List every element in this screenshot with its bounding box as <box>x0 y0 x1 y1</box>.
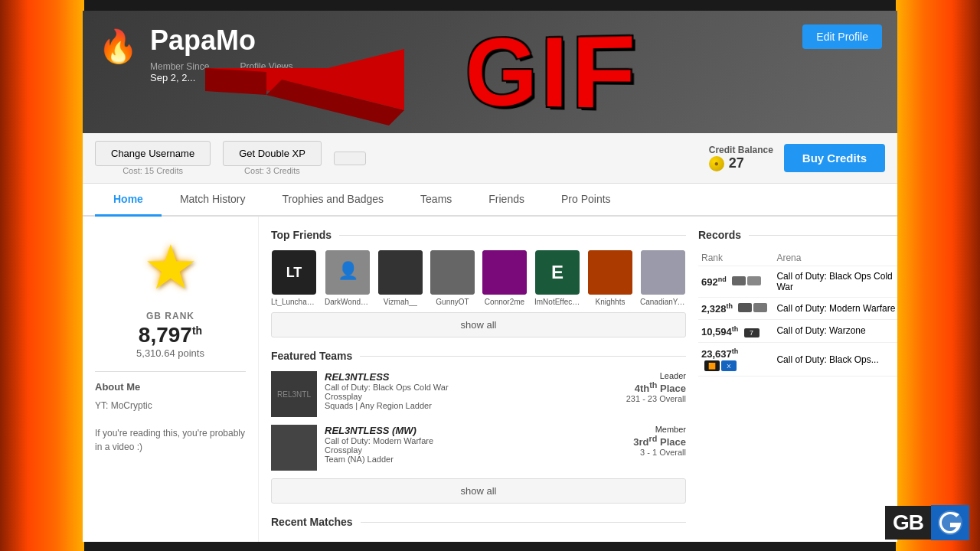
about-me-section: About Me YT: MoCrypticIf you're reading … <box>95 371 246 454</box>
recent-matches-title: Recent Matches <box>271 516 353 528</box>
friend-avatar-lt: LT <box>272 250 316 295</box>
arena-1: Call of Duty: Black Ops Cold War <box>773 266 897 298</box>
username: PapaMo <box>150 24 882 57</box>
fire-background-right <box>896 0 980 551</box>
friend-item-cy[interactable]: CanadianYo... <box>640 250 686 306</box>
svg-text:👤: 👤 <box>338 260 359 281</box>
featured-teams-title: Featured Teams <box>271 350 352 362</box>
friend-item-go[interactable]: GunnyOT <box>430 250 475 306</box>
team-name-1: REL3NTLESS <box>325 371 619 383</box>
friend-avatar-c2 <box>482 250 527 295</box>
credit-balance-label: Credit Balance <box>709 145 773 155</box>
fire-background-left <box>0 0 84 551</box>
svg-marker-2 <box>266 80 404 126</box>
buy-credits-button[interactable]: Buy Credits <box>784 144 885 172</box>
svg-rect-7 <box>430 250 475 295</box>
main-content: 🔥 PapaMo Member Since Sep 2, 2... Profil… <box>83 11 897 542</box>
records-row-1: 692nd Call of Duty: Black Ops Cold War 5… <box>698 266 897 298</box>
svg-text:REL3NTL: REL3NTL <box>277 390 311 399</box>
arena-3: Call of Duty: Warzone <box>773 320 897 342</box>
arena-4: Call of Duty: Black Ops... <box>773 342 897 377</box>
tab-trophies[interactable]: Trophies and Badges <box>263 184 402 217</box>
edit-profile-button[interactable]: Edit Profile <box>802 24 882 49</box>
member-since-label: Member Since <box>150 61 209 72</box>
team-game-1: Call of Duty: Black Ops Cold War <box>325 383 619 392</box>
profile-views-label: Profile Views <box>240 61 292 72</box>
friend-name-cy: CanadianYo... <box>640 298 686 306</box>
friend-item-im[interactable]: E ImNotEffecti... <box>534 250 580 306</box>
friend-avatar-kn <box>588 250 632 295</box>
friend-avatar-go <box>430 250 475 295</box>
fire-icon: 🔥 <box>98 28 138 65</box>
rank-star: ★ <box>95 232 246 303</box>
profile-info: PapaMo Member Since Sep 2, 2... Profile … <box>150 24 882 83</box>
friend-item-lt[interactable]: LT Lt_Lunchablez <box>271 250 317 306</box>
credit-section: Credit Balance ● 27 Buy Credits <box>709 144 885 172</box>
team-mode-2: Crossplay <box>325 445 626 455</box>
featured-teams-header: Featured Teams <box>271 350 686 362</box>
friend-avatar-vm <box>378 250 423 295</box>
friend-initials-lt: LT <box>286 265 302 281</box>
friend-item-dw[interactable]: 👤 DarkWondrXx <box>325 250 371 306</box>
third-btn-group <box>334 152 372 165</box>
team-item-1[interactable]: REL3NTL REL3NTLESS Call of Duty: Black O… <box>271 371 686 417</box>
records-panel: Records Rank Arena W L <box>698 229 897 538</box>
team-logo-2 <box>271 425 317 471</box>
team-info-2: REL3NTLESS (MW) Call of Duty: Modern War… <box>325 425 626 464</box>
records-divider <box>749 235 897 236</box>
team-game-2: Call of Duty: Modern Warfare <box>325 436 626 445</box>
tab-teams[interactable]: Teams <box>402 184 470 217</box>
content-area: ★ GB RANK 8,797th 5,310.64 points About … <box>83 217 897 542</box>
tab-pro-points[interactable]: Pro Points <box>543 184 629 217</box>
team-name-2: REL3NTLESS (MW) <box>325 425 626 436</box>
get-double-button[interactable]: Get Double XP <box>223 141 322 166</box>
change-username-button[interactable]: Change Username <box>95 141 211 166</box>
rank-value-2: 2,328th <box>701 303 733 315</box>
team-item-2[interactable]: REL3NTLESS (MW) Call of Duty: Modern War… <box>271 425 686 471</box>
friend-avatar-cy <box>641 250 685 295</box>
friends-row: LT Lt_Lunchablez 👤 DarkWondrXx <box>271 250 686 306</box>
tab-match-history[interactable]: Match History <box>162 184 264 217</box>
svg-rect-9 <box>588 250 632 295</box>
records-table: Rank Arena W L 692nd Call of Duty <box>698 250 897 377</box>
friend-item-c2[interactable]: Connor2me <box>482 250 527 306</box>
friend-name-lt: Lt_Lunchablez <box>271 298 317 306</box>
friend-name-vm: Vizmah__ <box>384 298 417 306</box>
about-me-title: About Me <box>95 381 246 393</box>
records-header: Records <box>698 229 897 241</box>
rank-value-1: 692nd <box>701 276 727 288</box>
friend-name-im: ImNotEffecti... <box>534 298 580 306</box>
svg-rect-10 <box>641 250 685 295</box>
arena-2: Call of Duty: Modern Warfare <box>773 298 897 320</box>
gb-rank-label: GB RANK <box>95 311 246 321</box>
tab-home[interactable]: Home <box>95 184 162 217</box>
records-title: Records <box>698 229 741 241</box>
records-row-4: 23,637th 🟧 X Call of Duty: Black Ops... <box>698 342 897 377</box>
get-double-cost: Cost: 3 Credits <box>244 166 300 175</box>
gb-rank-points: 5,310.64 points <box>95 347 246 359</box>
friend-name-c2: Connor2me <box>485 298 524 306</box>
credit-amount-value: 27 <box>729 155 744 171</box>
show-all-teams-button[interactable]: show all <box>271 478 686 504</box>
team-mode-1: Crossplay <box>325 392 619 401</box>
svg-rect-6 <box>378 250 423 295</box>
top-friends-header: Top Friends <box>271 229 686 241</box>
team-stats-1: Leader 4thth Place 231 - 23 Overall <box>626 371 686 403</box>
match-item-1[interactable]: the Stache Ranked: Unranked 0 1 <box>271 537 686 542</box>
change-username-cost: Cost: 15 Credits <box>122 166 183 175</box>
show-all-friends-button[interactable]: show all <box>271 312 686 337</box>
friend-name-kn: Knighhts <box>596 298 626 306</box>
top-friends-divider <box>339 235 686 236</box>
tab-friends[interactable]: Friends <box>470 184 543 217</box>
friend-item-vm[interactable]: Vizmah__ <box>378 250 423 306</box>
coin-icon: ● <box>709 156 724 171</box>
rank-value-3: 10,594th <box>701 326 738 337</box>
friend-item-kn[interactable]: Knighhts <box>588 250 632 306</box>
get-double-group: Get Double XP Cost: 3 Credits <box>223 141 328 175</box>
star-icon: ★ <box>143 232 198 303</box>
action-buttons-row: Change Username Cost: 15 Credits Get Dou… <box>83 133 897 184</box>
svg-rect-13 <box>271 425 317 471</box>
team-logo-1: REL3NTL <box>271 371 317 417</box>
friend-avatar-dw: 👤 <box>325 250 370 295</box>
third-action-button[interactable] <box>334 152 366 165</box>
